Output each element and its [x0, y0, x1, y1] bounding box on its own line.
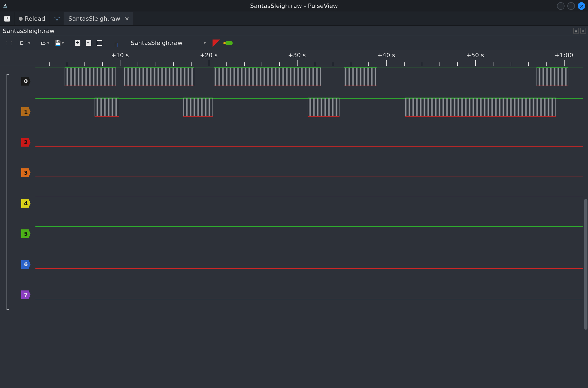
- configure-device-button[interactable]: [210, 38, 222, 48]
- close-button[interactable]: [578, 2, 585, 10]
- dock-close-button[interactable]: ⊠: [580, 28, 586, 34]
- channel-trace[interactable]: [35, 219, 583, 249]
- ruler-minor-tick: [457, 62, 458, 66]
- ruler-major-tick: [120, 60, 120, 66]
- signal-pane[interactable]: 01234567: [0, 66, 588, 388]
- ruler-minor-tick: [138, 62, 138, 66]
- channel-label[interactable]: 4: [21, 199, 31, 208]
- minimize-button[interactable]: [557, 2, 565, 10]
- channel-label[interactable]: 1: [21, 107, 31, 116]
- ruler-major-label: +20 s: [200, 52, 218, 59]
- zoom-out-button[interactable]: [84, 39, 93, 47]
- ruler-minor-tick: [351, 62, 351, 66]
- zoom-in-button[interactable]: [73, 39, 83, 47]
- channel-label[interactable]: 5: [21, 229, 31, 238]
- protocol-decoder-icon: °ₒ°: [54, 16, 59, 22]
- tab-strip: Reload °ₒ° SantasSleigh.raw ✕: [0, 12, 588, 26]
- channel-label[interactable]: 0: [21, 77, 31, 86]
- channel-trace[interactable]: [35, 127, 583, 157]
- session-name: SantasSleigh.raw: [3, 28, 54, 34]
- chevron-down-icon: ▼: [28, 41, 31, 44]
- channel-row: 5: [0, 219, 583, 249]
- signal-viewport[interactable]: +10 s+20 s+30 s+40 s+50 s+1:00 01234567: [0, 50, 588, 388]
- ruler-minor-tick: [546, 62, 547, 66]
- ruler-minor-tick: [315, 62, 315, 66]
- ruler-minor-tick: [262, 62, 262, 66]
- new-session-tab[interactable]: [0, 12, 14, 25]
- open-button[interactable]: 🗁 ▼: [39, 38, 51, 47]
- chevron-down-icon: ▼: [62, 41, 64, 44]
- channel-trace[interactable]: [35, 249, 583, 280]
- window-controls: [557, 2, 585, 10]
- vertical-scrollbar[interactable]: [584, 199, 587, 330]
- channel-trace[interactable]: [35, 96, 583, 127]
- zoom-fit-button[interactable]: [95, 39, 104, 47]
- ruler-minor-tick: [102, 62, 103, 66]
- ruler-major-tick: [297, 60, 298, 66]
- ruler-major-tick: [475, 60, 476, 66]
- ruler-minor-tick: [404, 62, 405, 66]
- ruler-major-label: +30 s: [288, 52, 306, 59]
- ruler-minor-tick: [226, 62, 227, 66]
- signal-burst: [214, 68, 321, 86]
- file-tab-label: SantasSleigh.raw: [68, 15, 120, 22]
- channel-trace[interactable]: [35, 66, 583, 96]
- signal-burst: [537, 68, 568, 86]
- device-selected-label: SantasSleigh.raw: [131, 40, 183, 46]
- channel-row: 7: [0, 280, 583, 310]
- channel-row: 3: [0, 157, 583, 188]
- ruler-minor-tick: [279, 62, 280, 66]
- ruler-minor-tick: [422, 62, 422, 66]
- channel-row: 1: [0, 96, 583, 127]
- zoom-out-icon: [86, 40, 91, 46]
- open-icon: 🗁: [41, 40, 46, 46]
- new-view-icon: 🗋⁺: [20, 40, 27, 46]
- cursors-button[interactable]: ┌┐: [111, 38, 121, 48]
- tab-close-icon[interactable]: ✕: [125, 16, 129, 22]
- ruler-minor-tick: [333, 62, 333, 66]
- ruler-minor-tick: [156, 62, 156, 66]
- channel-trace[interactable]: [35, 157, 583, 188]
- titlebar: 🔬 SantasSleigh.raw - PulseView: [0, 0, 588, 12]
- maximize-button[interactable]: [567, 2, 575, 10]
- ruler-minor-tick: [528, 62, 529, 66]
- ruler-minor-tick: [368, 62, 369, 66]
- new-view-button[interactable]: 🗋⁺ ▼: [17, 38, 32, 47]
- channel-row: 2: [0, 127, 583, 157]
- channels-button[interactable]: [223, 40, 235, 47]
- reload-label: Reload: [25, 15, 45, 22]
- ruler-minor-tick: [173, 62, 174, 66]
- session-bar: SantasSleigh.raw ▣ ⊠: [0, 26, 588, 36]
- protocol-decoder-tab[interactable]: °ₒ°: [50, 12, 64, 25]
- device-selector[interactable]: SantasSleigh.raw ▼: [128, 38, 209, 47]
- save-button[interactable]: 💾 ▼: [53, 38, 66, 47]
- signal-burst: [124, 68, 194, 86]
- ruler-minor-tick: [84, 62, 85, 66]
- signal-burst: [405, 98, 556, 116]
- channel-label[interactable]: 7: [21, 290, 31, 299]
- channel-label[interactable]: 3: [21, 168, 31, 177]
- reload-tab[interactable]: Reload: [14, 12, 50, 25]
- file-tab[interactable]: SantasSleigh.raw ✕: [64, 12, 134, 25]
- channel-row: 6: [0, 249, 583, 280]
- channel-row: 4: [0, 188, 583, 219]
- cursors-icon: ┌┐: [113, 39, 119, 47]
- ruler-major-label: +40 s: [377, 52, 395, 59]
- channel-trace[interactable]: [35, 280, 583, 310]
- new-session-icon: [4, 16, 10, 22]
- channels-icon: [225, 41, 233, 45]
- dock-popout-button[interactable]: ▣: [573, 28, 579, 34]
- ruler-minor-tick: [67, 62, 67, 66]
- signal-burst: [65, 68, 116, 86]
- channel-label[interactable]: 6: [21, 260, 31, 269]
- time-ruler[interactable]: +10 s+20 s+30 s+40 s+50 s+1:00: [0, 50, 588, 66]
- toolbar-handle[interactable]: ⋮⋮: [2, 38, 16, 47]
- channel-label[interactable]: 2: [21, 138, 31, 147]
- zoom-in-icon: [75, 40, 80, 46]
- save-icon: 💾: [55, 40, 61, 46]
- channel-trace[interactable]: [35, 188, 583, 219]
- window-title: SantasSleigh.raw - PulseView: [250, 2, 338, 9]
- ruler-minor-tick: [191, 62, 192, 66]
- signal-burst: [95, 98, 119, 116]
- ruler-minor-tick: [511, 62, 511, 66]
